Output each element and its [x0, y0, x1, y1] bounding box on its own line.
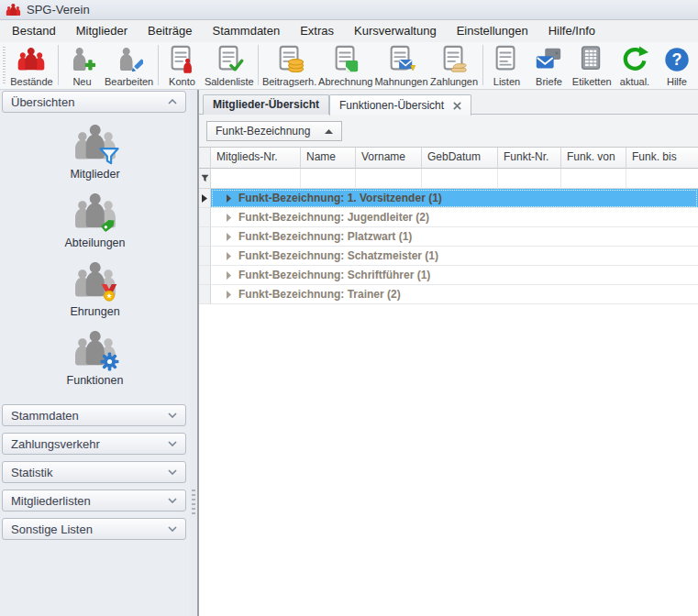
filter-cell[interactable]	[422, 169, 498, 189]
filter-cell[interactable]	[356, 169, 422, 189]
menu-extras[interactable]: Extras	[290, 20, 344, 42]
menu-kursverwaltung[interactable]: Kursverwaltung	[344, 20, 447, 42]
tab-mitglieder-uebersicht[interactable]: Mitglieder-Übersicht	[203, 94, 329, 115]
row-indicator	[199, 189, 211, 208]
toolbar-button-etiketten[interactable]: Etiketten	[570, 42, 614, 87]
sidebar: Übersichten	[0, 90, 190, 616]
row-indicator	[199, 208, 211, 227]
document-lines-icon	[492, 44, 521, 75]
filter-cell[interactable]	[211, 169, 301, 189]
toolbar-button-abrechnung[interactable]: Abrechnung	[317, 42, 373, 87]
toolbar-button-listen[interactable]: Listen	[485, 42, 527, 87]
panel-statistik-label: Statistik	[11, 466, 53, 479]
member-add-icon	[69, 44, 96, 75]
sidebar-item-mitglieder[interactable]: Mitglieder	[0, 119, 190, 188]
expand-arrow-icon[interactable]	[227, 194, 231, 203]
row-indicator	[199, 247, 211, 266]
group-row-trainer[interactable]: Funkt-Bezeichnung: Trainer (2)	[199, 285, 698, 304]
filter-cell[interactable]	[301, 169, 356, 189]
tab-strip: Mitglieder-Übersicht Funktionen-Übersich…	[199, 90, 698, 115]
panel-zahlungsverkehr[interactable]: Zahlungsverkehr	[2, 433, 186, 455]
toolbar-grip[interactable]	[2, 45, 6, 85]
column-header-mitglieds-nr[interactable]: Mitglieds-Nr.	[211, 148, 301, 169]
panel-statistik[interactable]: Statistik	[2, 461, 186, 483]
group-by-button[interactable]: Funkt-Bezeichnung	[206, 121, 342, 141]
members-filter-icon	[70, 119, 121, 167]
panel-sonstige-listen[interactable]: Sonstige Listen	[2, 518, 186, 540]
column-header-name[interactable]: Name	[301, 148, 356, 169]
column-header-gebdatum[interactable]: GebDatum	[422, 148, 498, 169]
document-sheet-icon	[331, 44, 360, 75]
toolbar-button-neu[interactable]: Neu	[61, 42, 104, 87]
svg-text:?: ?	[672, 50, 682, 69]
toolbar-button-konto[interactable]: Konto	[161, 42, 203, 87]
label-grid-icon	[577, 44, 606, 75]
menu-einstellungen[interactable]: Einstellungen	[447, 20, 538, 42]
sidebar-item-ehrungen[interactable]: Ehrungen	[0, 257, 190, 325]
filter-row-indicator	[199, 169, 211, 189]
main-content: Mitglieder-Übersicht Funktionen-Übersich…	[199, 90, 698, 616]
document-hand-icon	[439, 44, 469, 75]
menu-hilfe-info[interactable]: Hilfe/Info	[538, 20, 605, 42]
expand-arrow-icon[interactable]	[227, 252, 231, 260]
sidebar-item-abteilungen[interactable]: Abteilungen	[0, 188, 190, 257]
toolbar-button-bestaende[interactable]: Bestände	[8, 42, 55, 87]
sidebar-splitter[interactable]	[190, 90, 199, 616]
filter-cell[interactable]	[626, 169, 698, 189]
menu-beitraege[interactable]: Beiträge	[138, 20, 202, 42]
expand-arrow-icon[interactable]	[227, 271, 231, 280]
panel-uebersichten[interactable]: Übersichten	[2, 91, 186, 113]
filter-cell[interactable]	[498, 169, 561, 189]
toolbar-button-beitragserh[interactable]: Beitragserh.	[261, 42, 317, 87]
members-red-icon	[17, 44, 46, 75]
title-bar: SPG-Verein	[0, 0, 698, 20]
panel-stammdaten[interactable]: Stammdaten	[2, 404, 186, 426]
toolbar-button-saldenliste[interactable]: Saldenliste	[203, 42, 255, 87]
toolbar-button-bearbeiten[interactable]: Bearbeiten	[104, 42, 155, 87]
grid-group-panel: Funkt-Bezeichnung	[199, 115, 698, 147]
document-check-icon	[215, 44, 244, 75]
window-title: SPG-Verein	[27, 3, 90, 16]
panel-sonstige-listen-label: Sonstige Listen	[11, 522, 93, 536]
group-row-schatzmeister[interactable]: Funkt-Bezeichnung: Schatzmeister (1)	[199, 247, 698, 266]
tab-funktionen-uebersicht[interactable]: Funktionen-Übersicht	[329, 94, 471, 116]
document-mail-warning-icon	[386, 44, 415, 75]
column-header-funk-von[interactable]: Funk. von	[561, 148, 626, 169]
toolbar-button-zahlungen[interactable]: Zahlungen	[429, 42, 480, 87]
expand-arrow-icon[interactable]	[227, 233, 231, 241]
members-medal-icon	[70, 257, 121, 304]
group-row-platzwart[interactable]: Funkt-Bezeichnung: Platzwart (1)	[199, 227, 698, 247]
group-row-label: Funkt-Bezeichnung: Platzwart (1)	[238, 230, 412, 243]
close-icon[interactable]	[453, 102, 461, 110]
expand-arrow-icon[interactable]	[227, 214, 231, 222]
group-row-schriftfuehrer[interactable]: Funkt-Bezeichnung: Schriftführer (1)	[199, 266, 698, 285]
toolbar: Bestände Neu Be	[0, 42, 698, 90]
grid-filter-row	[199, 169, 698, 189]
menu-bestand[interactable]: Bestand	[2, 20, 66, 42]
column-header-funkt-nr[interactable]: Funkt-Nr.	[498, 148, 561, 169]
toolbar-button-briefe[interactable]: Briefe	[527, 42, 570, 87]
header-indicator-cell	[199, 148, 211, 169]
grid-header-row: Mitglieds-Nr. Name Vorname GebDatum Funk…	[199, 148, 698, 169]
filter-cell[interactable]	[561, 169, 626, 189]
group-row-vorsitzender[interactable]: Funkt-Bezeichnung: 1. Vorsitzender (1)	[199, 189, 698, 208]
tab-page-funktionen: Funkt-Bezeichnung Mitglieds-Nr. Name Vor…	[199, 115, 698, 616]
toolbar-separator	[58, 45, 59, 85]
panel-mitgliederlisten[interactable]: Mitgliederlisten	[2, 490, 186, 512]
column-header-funk-bis[interactable]: Funk. bis	[626, 148, 698, 169]
sidebar-item-funktionen[interactable]: Funktionen	[0, 325, 190, 394]
toolbar-button-hilfe[interactable]: ? Hilfe	[656, 42, 698, 87]
group-row-label: Funkt-Bezeichnung: Jugendleiter (2)	[238, 211, 429, 224]
group-row-label: Funkt-Bezeichnung: Trainer (2)	[238, 288, 401, 301]
members-gear-icon	[70, 325, 121, 373]
toolbar-button-mahnungen[interactable]: Mahnungen	[373, 42, 428, 87]
menu-mitglieder[interactable]: Mitglieder	[66, 20, 138, 42]
sort-ascending-icon	[325, 129, 333, 134]
column-header-vorname[interactable]: Vorname	[356, 148, 422, 169]
chevron-down-icon	[168, 498, 177, 503]
expand-arrow-icon[interactable]	[227, 291, 231, 299]
toolbar-button-aktualisieren[interactable]: aktual.	[614, 42, 656, 87]
group-row-jugendleiter[interactable]: Funkt-Bezeichnung: Jugendleiter (2)	[199, 208, 698, 227]
chevron-down-icon	[168, 441, 177, 446]
menu-stammdaten[interactable]: Stammdaten	[202, 20, 290, 42]
